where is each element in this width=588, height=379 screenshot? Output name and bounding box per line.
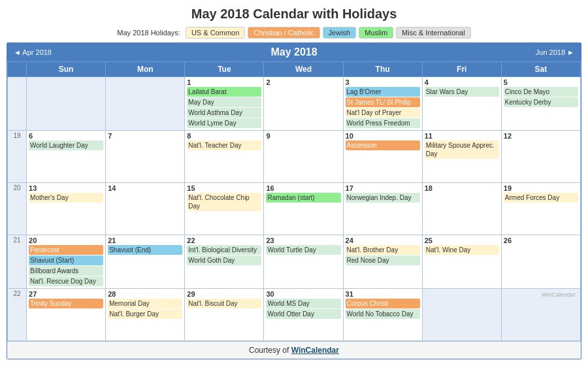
- badge-us-common[interactable]: US & Common: [186, 27, 245, 39]
- table-row: 22Int'l. Biological DiversityWorld Goth …: [185, 235, 264, 289]
- calendar-event[interactable]: World Laughter Day: [29, 140, 103, 150]
- holidays-label: May 2018 Holidays:: [117, 29, 180, 37]
- calendar-event[interactable]: World MS Day: [266, 299, 340, 308]
- table-row: 14: [106, 183, 185, 235]
- calendar-event[interactable]: Trinity Sunday: [29, 299, 103, 308]
- calendar-event[interactable]: Memorial Day: [108, 299, 182, 308]
- day-number: 7: [108, 132, 182, 140]
- calendar-event[interactable]: Nat'l Day of Prayer: [346, 108, 420, 118]
- calendar-event[interactable]: World No Tobacco Day: [346, 309, 420, 319]
- day-number: 26: [504, 237, 578, 244]
- day-number: 30: [266, 290, 340, 298]
- week-num-header: [8, 62, 27, 77]
- week-number: 20: [8, 183, 27, 235]
- table-row: 6World Laughter Day: [27, 131, 106, 183]
- table-row: 16Ramadan (start): [264, 183, 343, 235]
- weekday-sun: Sun: [27, 62, 106, 77]
- table-row: 19Armed Forces Day: [501, 183, 580, 235]
- calendar-event[interactable]: Star Wars Day: [425, 87, 499, 97]
- table-row: 29Nat'l. Biscuit Day: [185, 289, 264, 341]
- table-row: 25Nat'l. Wine Day: [422, 235, 501, 289]
- watermark: WinCalendar: [504, 290, 578, 299]
- badge-misc[interactable]: Misc & International: [396, 27, 471, 39]
- calendar-event[interactable]: Nat'l. Teacher Day: [187, 140, 261, 150]
- week-number: 22: [8, 289, 27, 341]
- calendar-event[interactable]: Norwegian Indep. Day: [346, 193, 420, 203]
- day-number: 17: [346, 184, 420, 192]
- table-row: 30World MS DayWorld Otter Day: [264, 289, 343, 341]
- month-title: May 2018: [270, 46, 317, 58]
- table-row: 3Lag B'OmerSt James TL/ St PhilipNat'l D…: [343, 77, 422, 131]
- table-row: 18: [422, 183, 501, 235]
- calendar-event[interactable]: World Press Freedom: [346, 118, 420, 128]
- calendar-event[interactable]: Nat'l. Biscuit Day: [187, 299, 261, 308]
- day-number: 14: [108, 184, 182, 192]
- day-number: 1: [187, 78, 261, 86]
- calendar-event[interactable]: Nat'l. Brother Day: [346, 245, 420, 255]
- table-row: 2: [264, 77, 343, 131]
- calendar-event[interactable]: World Goth Day: [187, 255, 261, 265]
- calendar-header: ◄ Apr 2018 May 2018 Jun 2018 ►: [7, 43, 581, 61]
- badge-jewish[interactable]: Jewish: [323, 27, 357, 39]
- day-number: 5: [504, 78, 578, 86]
- calendar-event[interactable]: World Asthma Day: [187, 108, 261, 118]
- table-row: 12: [501, 131, 580, 183]
- calendar-event[interactable]: Armed Forces Day: [504, 193, 578, 203]
- calendar-event[interactable]: St James TL/ St Philip: [346, 97, 420, 107]
- calendar-event[interactable]: Cinco De Mayo: [504, 87, 578, 97]
- prev-month-nav[interactable]: ◄ Apr 2018: [14, 48, 52, 56]
- day-number: 2: [266, 78, 340, 86]
- page-title: May 2018 Calendar with Holidays: [7, 7, 581, 22]
- table-row: WinCalendar: [501, 289, 580, 341]
- next-month-nav[interactable]: Jun 2018 ►: [536, 48, 574, 56]
- weekday-fri: Fri: [422, 62, 501, 77]
- calendar-event[interactable]: Shavuot (End): [108, 245, 182, 255]
- table-row: [27, 77, 106, 131]
- calendar-event[interactable]: Red Nose Day: [346, 255, 420, 265]
- calendar-event[interactable]: Lag B'Omer: [346, 87, 420, 97]
- calendar-event[interactable]: Billboard Awards: [29, 266, 103, 276]
- calendar-event[interactable]: Nat'l. Wine Day: [425, 245, 499, 255]
- week-number: [8, 77, 27, 131]
- calendar-event[interactable]: Shavuot (Start): [29, 255, 103, 265]
- weekday-sat: Sat: [501, 62, 580, 77]
- table-row: 4Star Wars Day: [422, 77, 501, 131]
- calendar-event[interactable]: Nat'l. Rescue Dog Day: [29, 276, 103, 286]
- calendar-event[interactable]: Ramadan (start): [266, 193, 340, 203]
- day-number: 20: [29, 237, 103, 244]
- calendar-event[interactable]: Pentecost: [29, 245, 103, 255]
- calendar-event[interactable]: Military Spouse Apprec. Day: [425, 140, 499, 159]
- table-row: 24Nat'l. Brother DayRed Nose Day: [343, 235, 422, 289]
- table-row: 31Corpus ChristiWorld No Tobacco Day: [343, 289, 422, 341]
- calendar-event[interactable]: Nat'l. Burger Day: [108, 309, 182, 319]
- table-row: 10Ascension: [343, 131, 422, 183]
- day-number: 31: [346, 290, 420, 298]
- calendar-event[interactable]: Kentucky Derby: [504, 97, 578, 107]
- weekday-tue: Tue: [185, 62, 264, 77]
- weekday-wed: Wed: [264, 62, 343, 77]
- day-number: 13: [29, 184, 103, 192]
- table-row: 15Nat'l. Chocolate Chip Day: [185, 183, 264, 235]
- day-number: 9: [266, 132, 340, 140]
- day-number: 12: [504, 132, 578, 140]
- calendar-event[interactable]: World Otter Day: [266, 309, 340, 319]
- day-number: 10: [346, 132, 420, 140]
- badge-christian[interactable]: Christian / Catholic: [248, 27, 319, 39]
- table-row: [106, 77, 185, 131]
- calendar-event[interactable]: World Lyme Day: [187, 118, 261, 128]
- wincalendar-link[interactable]: WinCalendar: [291, 346, 339, 355]
- calendar-event[interactable]: Mother's Day: [29, 193, 103, 203]
- calendar-event[interactable]: Corpus Christi: [346, 299, 420, 308]
- calendar-event[interactable]: Lailatul Barat: [187, 87, 261, 97]
- badge-muslim[interactable]: Muslim: [359, 27, 393, 39]
- calendar-event[interactable]: Int'l. Biological Diversity: [187, 245, 261, 255]
- table-row: 20PentecostShavuot (Start)Billboard Awar…: [27, 235, 106, 289]
- calendar-event[interactable]: Nat'l. Chocolate Chip Day: [187, 193, 261, 211]
- table-row: 7: [106, 131, 185, 183]
- table-row: 8Nat'l. Teacher Day: [185, 131, 264, 183]
- calendar-event[interactable]: May Day: [187, 97, 261, 107]
- calendar-event[interactable]: World Turtle Day: [266, 245, 340, 255]
- calendar-event[interactable]: Ascension: [346, 140, 420, 150]
- table-row: 17Norwegian Indep. Day: [343, 183, 422, 235]
- day-number: 27: [29, 290, 103, 298]
